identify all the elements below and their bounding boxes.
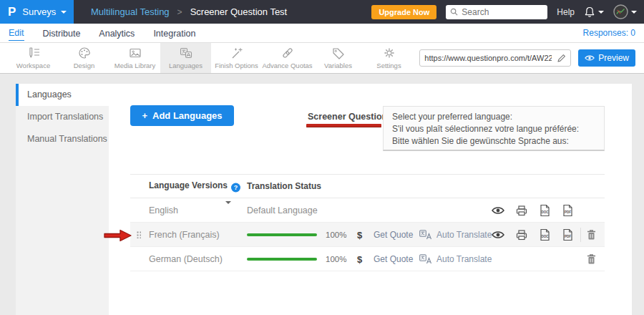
content-card: Languages Import Translations Manual Tra… <box>16 84 632 315</box>
tab-media-library[interactable]: Media Library <box>109 43 160 73</box>
printer-icon <box>516 229 527 240</box>
sidebar-item-languages[interactable]: Languages <box>16 84 109 106</box>
edit-url-button[interactable] <box>556 54 570 62</box>
sidebar-item-import-translations[interactable]: Import Translations <box>16 106 109 128</box>
pdf-file-icon: PDF <box>562 228 573 241</box>
workspace-icon <box>26 47 41 59</box>
svg-text:DOC: DOC <box>541 210 549 214</box>
auto-translate-link[interactable]: Auto Translate <box>436 230 492 240</box>
svg-text:PDF: PDF <box>565 235 571 238</box>
breadcrumb-current: Screener Question Test <box>190 6 288 17</box>
preview-language-button[interactable] <box>492 231 504 239</box>
avatar <box>613 4 628 19</box>
search-icon <box>450 8 458 16</box>
language-name: German (Deutsch) <box>149 254 223 264</box>
preview-language-button[interactable] <box>492 206 504 215</box>
auto-translate-icon[interactable] <box>419 230 432 240</box>
tab-languages[interactable]: Languages <box>160 43 211 73</box>
get-quote-link[interactable]: Get Quote <box>374 230 413 240</box>
svg-text:DOC: DOC <box>541 235 549 238</box>
printer-icon <box>516 205 527 215</box>
tab-design[interactable]: Design <box>59 43 109 73</box>
header-translation-status: Translation Status <box>247 181 321 191</box>
tab-settings[interactable]: Settings <box>364 43 414 73</box>
search-input[interactable] <box>462 7 540 17</box>
default-language-dropdown[interactable] <box>225 204 231 217</box>
search-box[interactable] <box>446 5 547 19</box>
tag-icon <box>331 47 346 59</box>
export-pdf-button[interactable]: PDF <box>562 204 573 216</box>
dollar-icon[interactable]: $ <box>357 229 362 240</box>
pdf-file-icon: PDF <box>562 204 573 216</box>
table-row-german: German (Deutsch) 100% $ Get Quote Auto T… <box>130 247 605 271</box>
tab-finish-options[interactable]: Finish Options <box>211 43 262 73</box>
nav-tab-analytics[interactable]: Analytics <box>99 26 135 41</box>
tab-workspace[interactable]: Workspace <box>8 43 59 73</box>
print-button[interactable] <box>516 205 527 215</box>
nav-tab-edit[interactable]: Edit <box>9 25 24 41</box>
auto-translate-icon[interactable] <box>419 254 432 264</box>
delete-language-button[interactable] <box>587 253 596 264</box>
survey-url-field[interactable] <box>419 49 571 67</box>
dollar-icon[interactable]: $ <box>357 253 362 264</box>
tab-variables[interactable]: Variables <box>313 43 364 73</box>
notifications-menu[interactable] <box>584 6 604 18</box>
help-link[interactable]: Help <box>557 7 575 17</box>
product-menu[interactable]: P Surveys <box>0 0 74 24</box>
languages-panel: + Add Languages Screener Question : Sele… <box>109 84 632 315</box>
chain-link-icon <box>280 47 295 59</box>
auto-translate-link[interactable]: Auto Translate <box>436 254 492 264</box>
translate-icon <box>179 47 193 59</box>
preview-button[interactable]: Preview <box>578 49 635 67</box>
nav-tab-distribute[interactable]: Distribute <box>43 26 81 41</box>
export-pdf-button[interactable]: PDF <box>562 228 573 241</box>
chevron-down-icon <box>61 11 67 14</box>
drag-handle-icon[interactable] <box>136 231 141 238</box>
gear-icon <box>382 47 396 59</box>
trash-icon <box>587 229 596 240</box>
plus-icon: + <box>142 110 147 121</box>
eye-icon <box>585 54 595 62</box>
export-doc-button[interactable]: DOC <box>540 204 550 216</box>
translation-percent: 100% <box>326 255 346 263</box>
table-header: Language Versions? Translation Status <box>130 174 605 198</box>
survey-url-input[interactable] <box>420 54 556 62</box>
sidebar-item-manual-translations[interactable]: Manual Translations <box>16 128 109 150</box>
translation-progress-bar <box>247 233 317 236</box>
tab-advance-quotas[interactable]: Advance Quotas <box>262 43 313 73</box>
screener-line-german: Bitte wählen Sie die gewünschte Sprache … <box>392 135 595 147</box>
chevron-down-icon <box>631 11 637 14</box>
add-languages-button[interactable]: + Add Languages <box>130 105 234 126</box>
survey-nav: Edit Distribute Analytics Integration Re… <box>0 24 644 43</box>
account-menu[interactable] <box>613 4 637 19</box>
help-badge-icon[interactable]: ? <box>231 183 240 193</box>
breadcrumb-separator: > <box>177 7 182 17</box>
language-name: French (Français) <box>149 230 220 240</box>
print-button[interactable] <box>516 229 527 240</box>
nav-tab-integration[interactable]: Integration <box>153 26 195 41</box>
screener-line-french: S'il vous plaît sélectionnez votre langu… <box>392 123 595 135</box>
get-quote-link[interactable]: Get Quote <box>374 254 413 264</box>
upgrade-now-button[interactable]: Upgrade Now <box>371 5 436 19</box>
product-menu-label: Surveys <box>22 6 56 17</box>
delete-language-button[interactable] <box>587 229 596 240</box>
breadcrumb-parent[interactable]: Multilingual Testing <box>91 6 170 17</box>
language-name: English <box>149 205 178 215</box>
header-language-versions: Language Versions <box>149 180 228 190</box>
trash-icon <box>587 253 596 264</box>
responses-count[interactable]: Responses: 0 <box>583 28 635 38</box>
default-language-label: Default Language <box>247 205 318 215</box>
magic-wand-icon <box>230 47 244 59</box>
eye-icon <box>492 206 504 215</box>
translation-progress-bar <box>247 258 317 261</box>
red-underline-annotation <box>306 124 381 127</box>
chevron-down-icon <box>598 11 604 14</box>
eye-icon <box>492 231 504 239</box>
export-doc-button[interactable]: DOC <box>540 228 550 241</box>
edit-toolbar: Workspace Design Media Library Languages <box>0 43 644 74</box>
doc-file-icon: DOC <box>540 228 550 241</box>
languages-sidebar: Languages Import Translations Manual Tra… <box>16 84 109 315</box>
table-row-french: French (Français) 100% $ Get Quote Auto … <box>130 223 605 247</box>
breadcrumb: Multilingual Testing > Screener Question… <box>91 6 287 17</box>
pencil-icon <box>557 54 566 62</box>
